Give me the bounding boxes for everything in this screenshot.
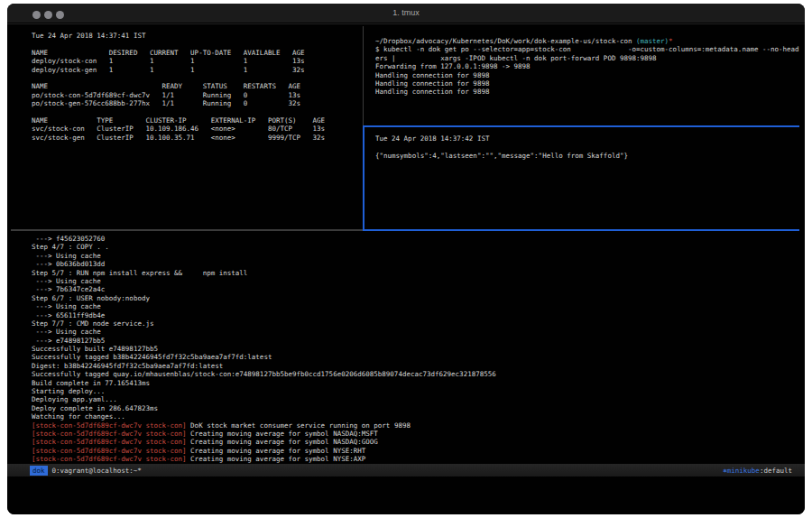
terminal-text-segment: Creating moving average for symbol NASDA… [187,430,378,438]
terminal-line: Deploying app.yaml... [32,395,805,403]
terminal-text-segment: [stock-con-5d7df689cf-dwc7v stock-con] [32,438,187,446]
session-name-badge: dok [30,466,48,476]
terminal-line: [stock-con-5d7df689cf-dwc7v stock-con] C… [32,430,805,438]
pane-divider-vertical-active [363,125,364,229]
pane-skaffold-log[interactable]: ---> f45623052760Step 4/7 : COPY . . ---… [7,231,805,463]
window-title: 1. tmux [7,8,805,17]
pane-divider-horizontal-bottom-active [363,229,799,231]
terminal-line: svc/stock-gen ClusterIP 10.100.35.71 <no… [32,134,363,142]
terminal-line: [stock-con-5d7df689cf-dwc7v stock-con] C… [32,447,805,455]
terminal-text-segment: Handling connection for 9898 [375,88,489,96]
terminal-line: ---> f45623052760 [32,235,805,243]
terminal-line: NAME TYPE CLUSTER-IP EXTERNAL-IP PORT(S)… [32,116,363,125]
terminal-line: Digest: b38b42246945fd7f32c5ba9aea7af7fd… [32,362,805,370]
terminal-text-segment: NAME READY STATUS RESTARTS AGE [32,82,300,90]
terminal-line: Tue 24 Apr 2018 14:37:41 IST [32,32,363,40]
terminal-text-segment: ---> e74898127bb5 [32,337,105,345]
terminal-text-segment: Handling connection for 9898 [375,71,489,79]
titlebar: 1. tmux [7,4,805,23]
terminal-text-segment: ---> 0b636bd013dd [32,260,105,268]
terminal-text-segment: deploy/stock-gen 1 1 1 1 32s [32,66,305,74]
terminal-text-segment: ---> 65611ff9db4e [32,311,105,319]
terminal-line: ---> Using cache [32,302,805,310]
terminal-text-segment: ---> Using cache [32,328,101,336]
terminal-text-segment: $ kubectl -n dok get po --selector=app=s… [375,45,799,53]
pane-service-output[interactable]: Tue 24 Apr 2018 14:37:42 IST {"numsymbol… [370,127,799,229]
terminal-line: deploy/stock-gen 1 1 1 1 32s [32,66,363,74]
terminal-window: 1. tmux Tue 24 Apr 2018 14:37:41 IST NAM… [7,4,805,514]
terminal-line: Step 5/7 : RUN npm install express && np… [32,269,805,277]
terminal-text-segment: ~/Dropbox/advocacy/Kubernetes/DoK/work/d… [375,37,636,45]
terminal-text-segment: Digest: b38b42246945fd7f32c5ba9aea7af7fd… [32,362,223,370]
terminal-text-segment: DoK stock market consumer service runnin… [187,421,411,430]
terminal-text-segment: ---> Using cache [32,252,101,260]
terminal-line: Watching for changes... [32,412,805,421]
pane-divider-vertical-inactive [363,26,364,125]
terminal-line: Deploy complete in 286.647823ms [32,404,805,412]
terminal-line [32,108,363,116]
terminal-line: NAME DESIRED CURRENT UP-TO-DATE AVAILABL… [32,49,363,57]
terminal-line: ers | xargs -IPOD kubectl -n dok port-fo… [375,54,799,62]
terminal-text-segment: Build complete in 77.165413ms [32,379,150,387]
terminal-line: deploy/stock-con 1 1 1 1 13s [32,57,363,65]
pane-port-forward[interactable]: ~/Dropbox/advocacy/Kubernetes/DoK/work/d… [370,24,799,125]
terminal-text-segment: Tue 24 Apr 2018 14:37:41 IST [32,32,145,40]
terminal-text-segment: Deploy complete in 286.647823ms [32,404,158,412]
status-left: dok 0:vagrant@localhost:~* [30,466,142,476]
terminal-text-segment: NAME DESIRED CURRENT UP-TO-DATE AVAILABL… [32,49,305,57]
terminal-line: ---> Using cache [32,277,805,285]
terminal-line [32,40,363,48]
terminal-text-segment: ---> f45623052760 [32,235,105,243]
tmux-status-bar: dok 0:vagrant@localhost:~* ⎈ minikube :d… [7,464,805,476]
pane-divider-horizontal-left-inactive [11,229,363,231]
terminal-text-segment: * [669,37,673,45]
terminal-line [32,74,363,82]
terminal-text-segment: po/stock-gen-576cc688bb-277hx 1/1 Runnin… [32,99,300,107]
kube-namespace-label: :default [760,467,792,475]
terminal-line: [stock-con-5d7df689cf-dwc7v stock-con] D… [32,421,805,430]
terminal-line: Forwarding from 127.0.0.1:9898 -> 9898 [375,62,799,70]
terminal-text-segment: Deploying app.yaml... [32,395,117,403]
terminal-text-segment: Tue 24 Apr 2018 14:37:42 IST [375,134,489,143]
terminal-line: Step 7/7 : CMD node service.js [32,319,805,328]
terminal-text-segment: po/stock-con-5d7df689cf-dwc7v 1/1 Runnin… [32,91,300,99]
terminal-text-segment: Watching for changes... [32,412,125,421]
tmux-terminal: Tue 24 Apr 2018 14:37:41 IST NAME DESIRE… [7,23,805,514]
terminal-text-segment: Handling connection for 9898 [375,79,489,88]
terminal-text-segment: Step 6/7 : USER nobody:nobody [32,294,150,302]
terminal-text-segment: Forwarding from 127.0.0.1:9898 -> 9898 [375,62,531,70]
terminal-text-segment: Step 4/7 : COPY . . [32,243,109,251]
terminal-line: Tue 24 Apr 2018 14:37:42 IST [375,134,799,143]
terminal-line: po/stock-con-5d7df689cf-dwc7v 1/1 Runnin… [32,91,363,99]
terminal-line: [stock-con-5d7df689cf-dwc7v stock-con] C… [32,438,805,446]
window-list-item[interactable]: 0:vagrant@localhost:~* [52,467,142,475]
terminal-line: Successfully built e74898127bb5 [32,345,805,353]
terminal-text-segment: Successfully tagged quay.io/mhausenblas/… [32,370,496,378]
terminal-line: Handling connection for 9898 [375,71,799,79]
terminal-text-segment: ---> Using cache [32,277,101,285]
pane-kubectl-watch[interactable]: Tue 24 Apr 2018 14:37:41 IST NAME DESIRE… [7,24,363,229]
terminal-line: ~/Dropbox/advocacy/Kubernetes/DoK/work/d… [375,37,799,45]
terminal-text-segment: [stock-con-5d7df689cf-dwc7v stock-con] [32,447,187,455]
terminal-line: ---> e74898127bb5 [32,337,805,345]
terminal-line: [stock-con-5d7df689cf-dwc7v stock-con] C… [32,455,805,463]
terminal-line: Handling connection for 9898 [375,88,799,96]
terminal-text-segment: svc/stock-con ClusterIP 10.109.186.46 <n… [32,125,325,133]
terminal-line: ---> 65611ff9db4e [32,311,805,319]
terminal-text-segment: Starting deploy... [32,387,105,395]
terminal-line: ---> Using cache [32,328,805,336]
terminal-text-segment: Step 5/7 : RUN npm install express && np… [32,269,247,277]
terminal-text-segment: [stock-con-5d7df689cf-dwc7v stock-con] [32,430,187,438]
terminal-text-segment: Step 7/7 : CMD node service.js [32,319,153,328]
terminal-line: ---> Using cache [32,252,805,260]
terminal-text-segment: ---> 7b6347ce2a4c [32,285,105,293]
terminal-text-segment: deploy/stock-con 1 1 1 1 13s [32,57,305,65]
terminal-line: Successfully tagged b38b42246945fd7f32c5… [32,353,805,361]
terminal-line: po/stock-gen-576cc688bb-277hx 1/1 Runnin… [32,99,363,107]
terminal-line: Step 6/7 : USER nobody:nobody [32,294,805,302]
status-right: ⎈ minikube :default [723,467,792,475]
terminal-text-segment: [stock-con-5d7df689cf-dwc7v stock-con] [32,455,187,463]
terminal-line: Handling connection for 9898 [375,79,799,88]
kube-context-label: minikube [727,467,760,475]
terminal-line: Step 4/7 : COPY . . [32,243,805,251]
